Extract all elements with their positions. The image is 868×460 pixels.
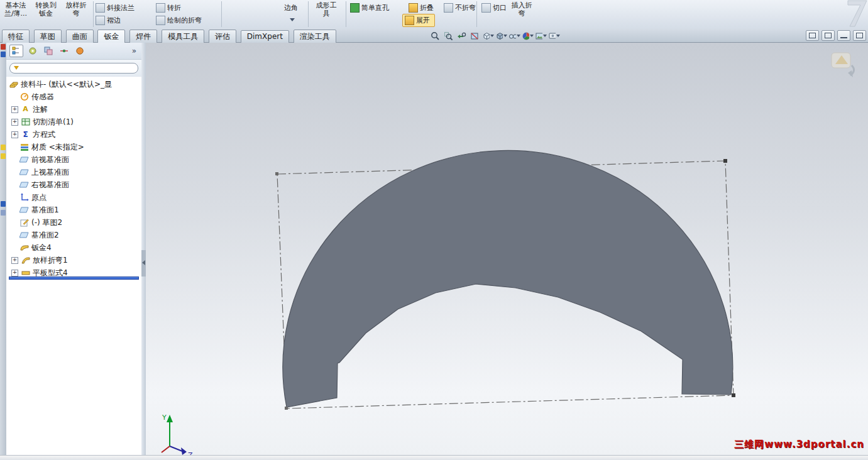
display-manager-icon[interactable] xyxy=(74,45,86,57)
dropdown-caret[interactable] xyxy=(556,35,560,37)
tree-item-plane1[interactable]: 基准面1 xyxy=(6,204,141,216)
triad-y-label: Y xyxy=(162,413,167,422)
corner-handle[interactable] xyxy=(723,159,727,163)
panel-overflow-chevron[interactable]: » xyxy=(130,47,138,55)
corner-dropdown-caret[interactable] xyxy=(290,18,295,21)
tree-root-part[interactable]: 接料斗- (默认<<默认>_显 xyxy=(6,78,141,90)
heads-up-view-toolbar xyxy=(429,30,560,42)
expand-toggle[interactable]: + xyxy=(11,131,18,138)
hide-show-items-button[interactable] xyxy=(508,30,520,42)
dropdown-caret[interactable] xyxy=(517,35,520,37)
zoom-to-area-button[interactable] xyxy=(442,30,454,42)
corner-handle[interactable] xyxy=(285,407,288,410)
base-flange-button[interactable]: 基本法 兰/薄... xyxy=(1,1,30,18)
tab-dimxpert[interactable]: DimXpert xyxy=(241,30,289,43)
no-bends-button[interactable]: 不折弯 xyxy=(444,3,476,13)
tree-item-plane2[interactable]: 基准面2 xyxy=(6,229,141,241)
side-toolbar-icon[interactable] xyxy=(1,145,6,150)
minimize-window-icon[interactable] xyxy=(837,30,850,41)
dropdown-caret[interactable] xyxy=(490,35,494,37)
filter-row xyxy=(6,60,141,77)
tree-item-lofted-bend1[interactable]: + 放样折弯1 xyxy=(6,254,141,266)
ribbon-separator xyxy=(346,1,346,27)
dimxpert-manager-icon[interactable] xyxy=(58,45,70,57)
dropdown-caret[interactable] xyxy=(503,35,507,37)
task-pane-hint[interactable] xyxy=(829,52,859,80)
tree-item-front-plane[interactable]: 前视基准面 xyxy=(6,153,141,166)
feature-manager-panel: » 接料斗- (默认<<默认>_显 传感器 xyxy=(6,43,142,456)
tree-item-equations[interactable]: + Σ 方程式 xyxy=(6,128,141,141)
plane-icon xyxy=(19,180,29,190)
side-toolbar-icon[interactable] xyxy=(1,201,6,207)
side-toolbar-icon[interactable] xyxy=(1,52,6,57)
filter-funnel-icon[interactable] xyxy=(14,66,19,70)
tree-item-origin[interactable]: 原点 xyxy=(6,191,141,204)
lofted-bend-icon xyxy=(21,256,30,265)
window-frame-icon[interactable] xyxy=(853,30,866,41)
convert-to-sheet-metal-button[interactable]: 转换到 钣金 xyxy=(31,1,60,18)
miter-flange-button[interactable]: 斜接法兰 xyxy=(96,3,135,13)
plane-icon xyxy=(19,205,29,215)
simple-hole-icon xyxy=(350,3,360,13)
feature-tree: 接料斗- (默认<<默认>_显 传感器 + A 注解 + 切割清单(1) xyxy=(6,77,141,279)
dropdown-caret[interactable] xyxy=(543,35,547,37)
lofted-bend-button[interactable]: 放样折 弯 xyxy=(62,1,91,18)
property-manager-icon[interactable] xyxy=(26,45,39,57)
plane-icon xyxy=(19,231,29,240)
tree-item-cut-list[interactable]: + 切割清单(1) xyxy=(6,116,141,128)
view-orientation-button[interactable] xyxy=(482,30,494,42)
section-view-button[interactable] xyxy=(469,30,481,42)
ribbon-separator xyxy=(221,1,222,27)
solidworks-logo-swoosh xyxy=(845,0,868,27)
feature-manager-tree-icon[interactable] xyxy=(9,45,23,57)
sketched-bend-button[interactable]: 绘制的折弯 xyxy=(156,15,202,26)
edit-appearance-button[interactable] xyxy=(522,30,534,42)
tree-item-sensors[interactable]: 传感器 xyxy=(6,90,141,103)
forming-tool-button[interactable]: 成形工 具 xyxy=(312,1,340,18)
corner-handle[interactable] xyxy=(275,172,278,175)
configuration-manager-icon[interactable] xyxy=(42,45,55,57)
feature-filter-input[interactable] xyxy=(21,63,134,72)
side-toolbar-icon[interactable] xyxy=(1,44,6,50)
document-window-controls xyxy=(806,30,866,41)
graphics-area[interactable]: Y Z 三维网www.3dportal.cn xyxy=(146,43,868,456)
rip-button[interactable]: 切口 xyxy=(481,3,507,13)
flat-pattern-part[interactable] xyxy=(283,150,733,407)
equations-icon: Σ xyxy=(21,130,30,140)
part-icon xyxy=(9,80,18,89)
simple-hole-button[interactable]: 简单直孔 xyxy=(350,3,389,13)
tree-item-sheet-metal4[interactable]: 钣金4 xyxy=(6,241,141,254)
unfold-button[interactable]: 展开 xyxy=(402,14,435,27)
model-view: Y Z xyxy=(146,43,868,456)
display-style-button[interactable] xyxy=(495,30,507,42)
corner-button[interactable]: 边角 xyxy=(284,3,298,13)
previous-view-button[interactable] xyxy=(456,30,468,42)
expand-toggle[interactable]: + xyxy=(11,257,18,264)
fold-button[interactable]: 折叠 xyxy=(409,3,434,13)
sheet-metal-icon xyxy=(19,243,29,253)
panel-collapse-handle[interactable] xyxy=(141,250,146,277)
maximize-window-icon[interactable] xyxy=(821,30,835,41)
expand-toggle[interactable]: + xyxy=(11,106,18,113)
tree-item-sketch2[interactable]: (-) 草图2 xyxy=(6,216,141,229)
hem-button[interactable]: 褶边 xyxy=(96,15,121,26)
jog-button[interactable]: 转折 xyxy=(156,3,181,13)
restore-window-icon[interactable] xyxy=(806,30,819,41)
feature-filter-box[interactable] xyxy=(9,63,138,74)
insert-bends-button[interactable]: 插入折 弯 xyxy=(508,1,536,18)
corner-handle[interactable] xyxy=(732,393,735,397)
tree-item-top-plane[interactable]: 上视基准面 xyxy=(6,166,141,178)
tree-item-material[interactable]: 材质 <未指定> xyxy=(6,141,141,153)
jog-icon xyxy=(156,3,165,13)
tree-item-right-plane[interactable]: 右视基准面 xyxy=(6,178,141,191)
expand-toggle[interactable]: + xyxy=(11,119,18,126)
zoom-to-fit-button[interactable] xyxy=(429,30,441,42)
side-toolbar-icon[interactable] xyxy=(1,153,6,159)
expand-toggle[interactable]: + xyxy=(11,270,18,277)
tree-item-annotations[interactable]: + A 注解 xyxy=(6,103,141,116)
view-settings-button[interactable] xyxy=(548,30,560,42)
rollback-bar[interactable] xyxy=(9,277,139,280)
apply-scene-button[interactable] xyxy=(535,30,547,42)
side-toolbar-icon[interactable] xyxy=(1,210,6,216)
dropdown-caret[interactable] xyxy=(530,35,534,37)
